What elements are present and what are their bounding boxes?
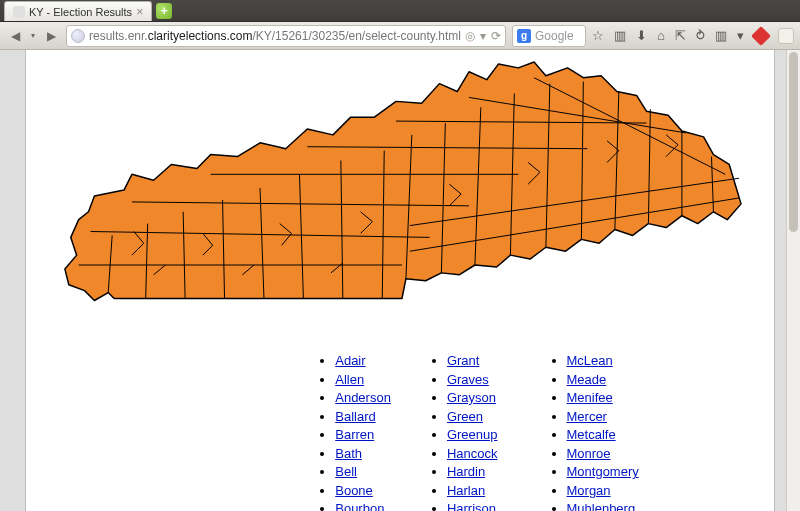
- feed-icon[interactable]: ◎: [465, 29, 475, 43]
- county-list-item: Meade: [567, 371, 639, 389]
- search-placeholder: Google: [535, 29, 574, 43]
- county-link[interactable]: Green: [447, 409, 483, 424]
- downloads-icon[interactable]: ⬇: [636, 28, 647, 43]
- home-button[interactable]: ⌂: [657, 28, 665, 43]
- toolbar-icons: ☆ ▥ ⬇ ⌂ ⇱ ⥁ ▥ ▾: [592, 28, 794, 44]
- county-list-item: Monroe: [567, 445, 639, 463]
- menu-chevron-icon[interactable]: ▾: [737, 28, 744, 43]
- county-link[interactable]: Hancock: [447, 446, 498, 461]
- county-link[interactable]: Adair: [335, 353, 365, 368]
- google-icon: g: [517, 29, 531, 43]
- county-list-item: Bell: [335, 463, 391, 481]
- county-link[interactable]: McLean: [567, 353, 613, 368]
- county-link[interactable]: Bourbon: [335, 501, 384, 511]
- browser-toolbar: ◀ ▾ ▶ results.enr.clarityelections.com/K…: [0, 22, 800, 50]
- kentucky-county-map[interactable]: .st { fill:#f0872a; stroke:#000; stroke-…: [55, 58, 745, 334]
- site-identity-icon[interactable]: [71, 29, 85, 43]
- url-bar[interactable]: results.enr.clarityelections.com/KY/1526…: [66, 25, 506, 47]
- sync-icon[interactable]: ⥁: [696, 28, 705, 43]
- page-content: .st { fill:#f0872a; stroke:#000; stroke-…: [25, 50, 775, 511]
- county-link[interactable]: Menifee: [567, 390, 613, 405]
- county-list-item: Grayson: [447, 389, 511, 407]
- county-list-item: Metcalfe: [567, 426, 639, 444]
- county-list-item: Muhlenberg: [567, 500, 639, 511]
- url-path: /KY/15261/30235/en/select-county.html: [252, 29, 461, 43]
- state-map-container: .st { fill:#f0872a; stroke:#000; stroke-…: [46, 58, 754, 337]
- search-bar[interactable]: g Google: [512, 25, 586, 47]
- county-list-item: Bourbon: [335, 500, 391, 511]
- county-list-item: Greenup: [447, 426, 511, 444]
- county-link[interactable]: Boone: [335, 483, 373, 498]
- county-list-item: Graves: [447, 371, 511, 389]
- url-pre: results.enr.: [89, 29, 148, 43]
- url-host: clarityelections.com: [148, 29, 253, 43]
- county-link[interactable]: Grant: [447, 353, 480, 368]
- nav-arrows: ◀ ▾ ▶: [6, 27, 60, 45]
- county-column-1: AdairAllenAndersonBallardBarrenBathBellB…: [321, 351, 391, 511]
- browser-tab-active[interactable]: KY - Election Results ×: [4, 1, 152, 21]
- county-list: AdairAllenAndersonBallardBarrenBathBellB…: [46, 351, 754, 511]
- county-list-item: Montgomery: [567, 463, 639, 481]
- forward-button[interactable]: ▶: [42, 27, 60, 45]
- county-link[interactable]: Bath: [335, 446, 362, 461]
- county-link[interactable]: Harrison: [447, 501, 496, 511]
- pointer-icon[interactable]: ⇱: [675, 28, 686, 43]
- dropdown-icon[interactable]: ▥: [715, 28, 727, 43]
- county-link[interactable]: Bell: [335, 464, 357, 479]
- county-column-2: GrantGravesGraysonGreenGreenupHancockHar…: [433, 351, 511, 511]
- county-link[interactable]: Grayson: [447, 390, 496, 405]
- county-link[interactable]: Allen: [335, 372, 364, 387]
- back-button[interactable]: ◀: [6, 27, 24, 45]
- county-list-item: Grant: [447, 352, 511, 370]
- plus-icon: +: [161, 4, 168, 18]
- county-link[interactable]: Barren: [335, 427, 374, 442]
- county-link[interactable]: Mercer: [567, 409, 607, 424]
- url-dropdown-icon[interactable]: ▾: [480, 29, 486, 43]
- new-tab-button[interactable]: +: [156, 3, 172, 19]
- tab-close-icon[interactable]: ×: [136, 6, 143, 18]
- county-list-item: Harlan: [447, 482, 511, 500]
- county-link[interactable]: Muhlenberg: [567, 501, 636, 511]
- county-list-item: Allen: [335, 371, 391, 389]
- county-list-item: Harrison: [447, 500, 511, 511]
- vertical-scrollbar[interactable]: [786, 50, 800, 511]
- county-list-item: Hancock: [447, 445, 511, 463]
- county-link[interactable]: Ballard: [335, 409, 375, 424]
- county-list-item: Boone: [335, 482, 391, 500]
- bookmark-star-icon[interactable]: ☆: [592, 28, 604, 43]
- county-list-item: McLean: [567, 352, 639, 370]
- reload-button[interactable]: ⟳: [491, 29, 501, 43]
- county-list-item: Adair: [335, 352, 391, 370]
- county-link[interactable]: Metcalfe: [567, 427, 616, 442]
- adblock-icon[interactable]: [751, 26, 771, 46]
- county-list-item: Green: [447, 408, 511, 426]
- county-column-3: McLeanMeadeMenifeeMercerMetcalfeMonroeMo…: [553, 351, 639, 511]
- addon-icon[interactable]: [778, 28, 794, 44]
- tab-title: KY - Election Results: [29, 6, 132, 18]
- browser-viewport: .st { fill:#f0872a; stroke:#000; stroke-…: [0, 50, 800, 511]
- county-list-item: Menifee: [567, 389, 639, 407]
- tab-favicon: [13, 6, 25, 18]
- scrollbar-thumb[interactable]: [789, 52, 798, 232]
- county-list-item: Morgan: [567, 482, 639, 500]
- county-link[interactable]: Morgan: [567, 483, 611, 498]
- county-link[interactable]: Meade: [567, 372, 607, 387]
- county-link[interactable]: Hardin: [447, 464, 485, 479]
- county-link[interactable]: Montgomery: [567, 464, 639, 479]
- county-link[interactable]: Monroe: [567, 446, 611, 461]
- county-list-item: Ballard: [335, 408, 391, 426]
- county-link[interactable]: Greenup: [447, 427, 498, 442]
- browser-tabstrip: KY - Election Results × +: [0, 0, 800, 22]
- county-list-item: Mercer: [567, 408, 639, 426]
- library-icon[interactable]: ▥: [614, 28, 626, 43]
- back-history-dropdown[interactable]: ▾: [24, 27, 42, 45]
- county-list-item: Bath: [335, 445, 391, 463]
- county-link[interactable]: Graves: [447, 372, 489, 387]
- county-list-item: Barren: [335, 426, 391, 444]
- county-list-item: Anderson: [335, 389, 391, 407]
- url-text: results.enr.clarityelections.com/KY/1526…: [89, 29, 461, 43]
- county-link[interactable]: Anderson: [335, 390, 391, 405]
- county-list-item: Hardin: [447, 463, 511, 481]
- county-link[interactable]: Harlan: [447, 483, 485, 498]
